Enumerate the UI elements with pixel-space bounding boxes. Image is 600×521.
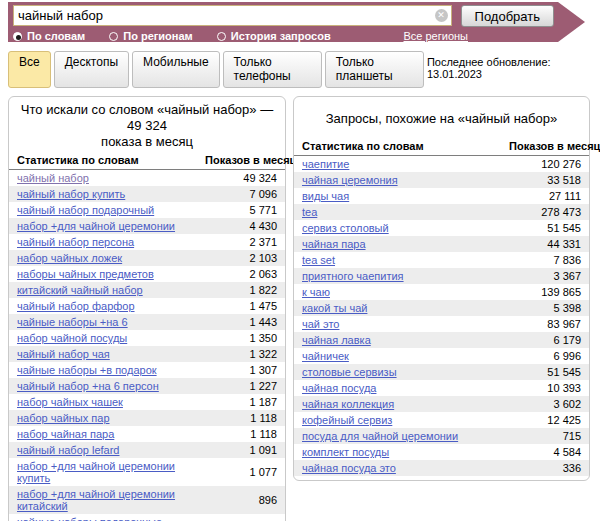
mode-radio[interactable]: По регионам <box>109 30 192 42</box>
keyword-link[interactable]: чайный набор купить <box>17 188 125 200</box>
table-row: чайные наборы +в подарок 1 307 <box>9 362 285 378</box>
keyword-link[interactable]: китайский чайный набор <box>17 284 143 296</box>
keyword-link[interactable]: набор чайных чашек <box>17 396 123 408</box>
table-row: к чаю 139 865 <box>294 284 589 300</box>
right-title-line: Запросы, похожие на «чайный набор» <box>304 111 579 127</box>
impressions-value: 1 118 <box>197 410 285 426</box>
table-row: чайный набор чая 1 322 <box>9 346 285 362</box>
keyword-link[interactable]: чайный набор подарочный <box>17 204 154 216</box>
table-row: чайные наборы +на 6 1 443 <box>9 314 285 330</box>
submit-button[interactable]: Подобрать <box>461 5 554 27</box>
keyword-link[interactable]: чайная лавка <box>302 334 371 346</box>
table-row: чайная посуда 10 393 <box>294 380 589 396</box>
keyword-link[interactable]: чайная пара <box>302 238 366 250</box>
impressions-value: 1 077 <box>197 458 285 486</box>
results-panels: Что искали со словом «чайный набор» — 49… <box>8 96 600 521</box>
impressions-value: 882 <box>197 514 285 521</box>
table-row: чайная посуда это 336 <box>294 460 589 476</box>
keyword-link[interactable]: набор чайных ложек <box>17 252 122 264</box>
impressions-value: 1 307 <box>197 362 285 378</box>
keyword-link[interactable]: tea set <box>302 254 335 266</box>
impressions-value: 5 398 <box>501 300 589 316</box>
device-tab[interactable]: Только планшеты <box>325 51 424 88</box>
mode-radio[interactable]: История запросов <box>217 30 331 42</box>
keyword-link[interactable]: посуда для чайной церемонии <box>302 430 458 442</box>
keyword-link[interactable]: столовые сервизы <box>302 366 397 378</box>
keyword-link[interactable]: набор чайная пара <box>17 428 114 440</box>
table-row: чайная пара 44 331 <box>294 236 589 252</box>
impressions-value: 12 425 <box>501 412 589 428</box>
impressions-value: 1 118 <box>197 426 285 442</box>
search-input[interactable] <box>13 5 452 26</box>
keyword-link[interactable]: чайничек <box>302 350 349 362</box>
table-row: посуда для чайной церемонии 715 <box>294 428 589 444</box>
table-row: чаепитие 120 276 <box>294 156 589 173</box>
keyword-link[interactable]: чайные наборы +в подарок <box>17 364 157 376</box>
impressions-value: 120 276 <box>501 156 589 173</box>
keyword-link[interactable]: набор чайных пар <box>17 412 110 424</box>
device-tab[interactable]: Десктопы <box>54 51 129 88</box>
keyword-link[interactable]: к чаю <box>302 286 330 298</box>
all-regions-link[interactable]: Все регионы <box>403 30 468 42</box>
impressions-value: 139 865 <box>501 284 589 300</box>
mode-radio[interactable]: По словам <box>13 30 85 42</box>
radio-icon <box>217 32 226 41</box>
keyword-link[interactable]: чайная посуда <box>302 382 376 394</box>
device-toolbar: ВсеДесктопыМобильныеТолько телефоныТольк… <box>8 51 592 88</box>
device-tab[interactable]: Мобильные <box>132 51 220 88</box>
keyword-link[interactable]: чайная посуда это <box>302 462 396 474</box>
keyword-link[interactable]: какой ты чай <box>302 302 367 314</box>
keyword-link[interactable]: комплект посуды <box>302 446 389 458</box>
keyword-link[interactable]: набор +для чайной церемонии купить <box>17 460 175 484</box>
impressions-value: 1 091 <box>197 442 285 458</box>
impressions-value: 1 322 <box>197 346 285 362</box>
table-row: чайничек 6 996 <box>294 348 589 364</box>
wordstat-page: ✕ Подобрать По словам По регионам Истори… <box>0 2 600 521</box>
keyword-link[interactable]: набор чайной посуды <box>17 332 127 344</box>
impressions-value: 2 103 <box>197 250 285 266</box>
impressions-value: 3 602 <box>501 396 589 412</box>
keyword-link[interactable]: набор +для чайной церемонии <box>17 220 175 232</box>
table-row: набор чайных ложек 2 103 <box>9 250 285 266</box>
column-header-words: Статистика по словам <box>294 138 501 156</box>
table-row: набор +для чайной церемонии купить 1 077 <box>9 458 285 486</box>
table-row: чайный набор lefard 1 091 <box>9 442 285 458</box>
column-header-impressions: Показов в месяц? <box>197 152 285 170</box>
keyword-link[interactable]: виды чая <box>302 190 349 202</box>
device-tab[interactable]: Все <box>8 51 51 88</box>
clear-icon[interactable]: ✕ <box>435 9 448 22</box>
keyword-link[interactable]: tea <box>302 206 317 218</box>
mode-label: По словам <box>27 30 85 42</box>
keyword-link[interactable]: чайная коллекция <box>302 398 394 410</box>
impressions-value: 5 771 <box>197 202 285 218</box>
keyword-link[interactable]: чайный набор lefard <box>17 444 119 456</box>
keyword-link[interactable]: чайная церемония <box>302 174 398 186</box>
table-row: чайная лавка 6 179 <box>294 332 589 348</box>
keyword-link[interactable]: чай это <box>302 318 339 330</box>
keyword-link[interactable]: набор +для чайной церемонии китайский <box>17 488 175 512</box>
keyword-link[interactable]: чаепитие <box>302 158 349 170</box>
keyword-link[interactable]: приятного чаепития <box>302 270 404 282</box>
keyword-link[interactable]: чайные наборы +на 6 <box>17 316 128 328</box>
keyword-link[interactable]: чайный набор фарфор <box>17 300 135 312</box>
table-row: чайная церемония 33 518 <box>294 172 589 188</box>
keyword-link[interactable]: кофейный сервиз <box>302 414 392 426</box>
table-row: набор чайная пара 1 118 <box>9 426 285 442</box>
keyword-link[interactable]: сервиз столовый <box>302 222 389 234</box>
impressions-value: 51 545 <box>501 220 589 236</box>
keyword-link[interactable]: чайный набор чая <box>17 348 110 360</box>
left-title-line1: Что искали со словом «чайный набор» — 49… <box>19 102 275 134</box>
options-row: По словам По регионам История запросов В… <box>13 30 554 42</box>
keyword-link[interactable]: наборы чайных предметов <box>17 268 154 280</box>
keyword-link[interactable]: чайный набор +на 6 персон <box>17 380 159 392</box>
table-row: виды чая 27 111 <box>294 188 589 204</box>
keyword-link[interactable]: чайный набор <box>17 172 89 184</box>
keyword-link[interactable]: чайные наборы подарочные купить <box>17 516 162 521</box>
table-row: набор чайных чашек 1 187 <box>9 394 285 410</box>
table-row: tea 278 473 <box>294 204 589 220</box>
table-row: наборы чайных предметов 2 063 <box>9 266 285 282</box>
table-row: какой ты чай 5 398 <box>294 300 589 316</box>
keyword-link[interactable]: чайный набор персона <box>17 236 134 248</box>
mode-label: По регионам <box>123 30 192 42</box>
device-tab[interactable]: Только телефоны <box>223 51 322 88</box>
